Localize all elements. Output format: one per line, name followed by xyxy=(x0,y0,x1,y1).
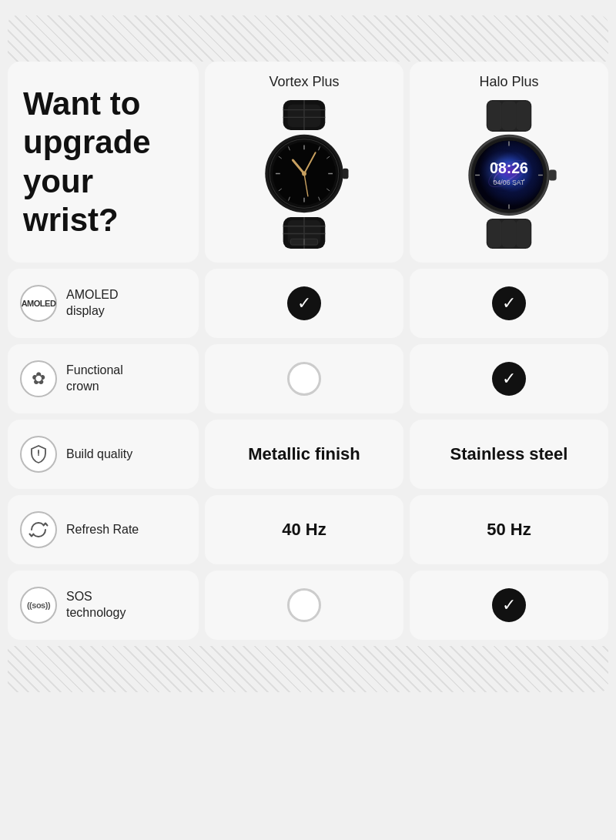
hero-line2: upgrade xyxy=(23,124,151,160)
refresh-halo-value: 50 Hz xyxy=(410,495,608,564)
refresh-vortex-text: 40 Hz xyxy=(282,520,326,540)
feature-row-amoled: AMOLED AMOLED display ✓ ✓ xyxy=(8,269,608,338)
comparison-table: Want to upgrade your wrist? Vortex Plus xyxy=(8,62,608,646)
sos-label-line1: SOS xyxy=(66,589,126,605)
build-vortex-value: Metallic finish xyxy=(205,420,403,489)
svg-rect-59 xyxy=(488,219,502,246)
hero-line1: Want to xyxy=(23,85,140,122)
svg-rect-34 xyxy=(488,101,502,129)
svg-rect-40 xyxy=(549,169,557,180)
feature-label-refresh: Refresh Rate xyxy=(8,495,199,564)
refresh-icon xyxy=(20,511,57,548)
amoled-halo-value: ✓ xyxy=(410,269,608,338)
crown-label-area: Functional crown xyxy=(66,363,123,395)
check-empty-icon xyxy=(287,362,321,396)
feature-label-amoled: AMOLED AMOLED display xyxy=(8,269,199,338)
amoled-icon: AMOLED xyxy=(20,285,57,322)
check-filled-icon: ✓ xyxy=(492,286,526,320)
watch-image-vortex xyxy=(235,96,373,250)
svg-rect-36 xyxy=(517,101,531,129)
svg-rect-7 xyxy=(343,168,349,179)
crown-icon: ✿ xyxy=(20,360,57,397)
feature-row-crown: ✿ Functional crown ✓ xyxy=(8,344,608,413)
stripe-header xyxy=(8,15,608,62)
product-header-halo: Halo Plus xyxy=(410,62,608,263)
build-halo-text: Stainless steel xyxy=(450,444,568,464)
vortex-watch-svg xyxy=(243,99,366,249)
sos-halo-value: ✓ xyxy=(410,571,608,640)
svg-rect-61 xyxy=(517,219,531,246)
page-wrapper: Want to upgrade your wrist? Vortex Plus xyxy=(8,15,608,692)
amoled-label-area: AMOLED display xyxy=(66,287,119,320)
check-filled-icon: ✓ xyxy=(492,588,526,622)
watch-image-halo: 08:26 04/06 SAT xyxy=(440,96,578,250)
sos-icon: ((sos)) xyxy=(20,587,57,624)
build-label-line1: Build quality xyxy=(66,447,132,463)
check-filled-icon: ✓ xyxy=(287,286,321,320)
hero-text: Want to upgrade your wrist? xyxy=(23,85,183,240)
stripe-footer xyxy=(8,646,608,692)
build-vortex-text: Metallic finish xyxy=(248,444,360,464)
svg-point-25 xyxy=(302,171,306,176)
build-halo-value: Stainless steel xyxy=(410,420,608,489)
refresh-label-area: Refresh Rate xyxy=(66,522,139,538)
feature-label-sos: ((sos)) SOS technology xyxy=(8,571,199,640)
build-label-area: Build quality xyxy=(66,447,132,463)
shield-icon xyxy=(20,436,57,473)
feature-row-sos: ((sos)) SOS technology ✓ xyxy=(8,571,608,640)
hero-cell: Want to upgrade your wrist? xyxy=(8,62,199,263)
sos-vortex-value xyxy=(205,571,403,640)
svg-text:04/06 SAT: 04/06 SAT xyxy=(494,179,525,186)
svg-rect-35 xyxy=(502,101,516,129)
check-empty-icon xyxy=(287,588,321,622)
svg-rect-60 xyxy=(502,219,516,246)
sos-label-line2: technology xyxy=(66,605,126,621)
sos-label-area: SOS technology xyxy=(66,589,126,621)
product-name-vortex: Vortex Plus xyxy=(269,74,339,90)
amoled-label-line1: AMOLED xyxy=(66,287,119,303)
refresh-halo-text: 50 Hz xyxy=(487,520,531,540)
amoled-label-line2: display xyxy=(66,303,119,320)
feature-label-crown: ✿ Functional crown xyxy=(8,344,199,413)
feature-label-build: Build quality xyxy=(8,420,199,489)
product-name-halo: Halo Plus xyxy=(479,74,538,90)
halo-watch-svg: 08:26 04/06 SAT xyxy=(447,99,571,249)
product-header-vortex: Vortex Plus xyxy=(205,62,403,263)
refresh-vortex-value: 40 Hz xyxy=(205,495,403,564)
amoled-vortex-value: ✓ xyxy=(205,269,403,338)
hero-line3: your wrist? xyxy=(23,163,119,238)
feature-row-build: Build quality Metallic finish Stainless … xyxy=(8,420,608,489)
crown-halo-value: ✓ xyxy=(410,344,608,413)
svg-text:08:26: 08:26 xyxy=(490,159,528,176)
refresh-label-line1: Refresh Rate xyxy=(66,522,139,538)
header-row: Want to upgrade your wrist? Vortex Plus xyxy=(8,62,608,263)
check-filled-icon: ✓ xyxy=(492,362,526,396)
crown-label-line2: crown xyxy=(66,379,123,395)
crown-label-line1: Functional xyxy=(66,363,123,379)
crown-vortex-value xyxy=(205,344,403,413)
feature-row-refresh: Refresh Rate 40 Hz 50 Hz xyxy=(8,495,608,564)
